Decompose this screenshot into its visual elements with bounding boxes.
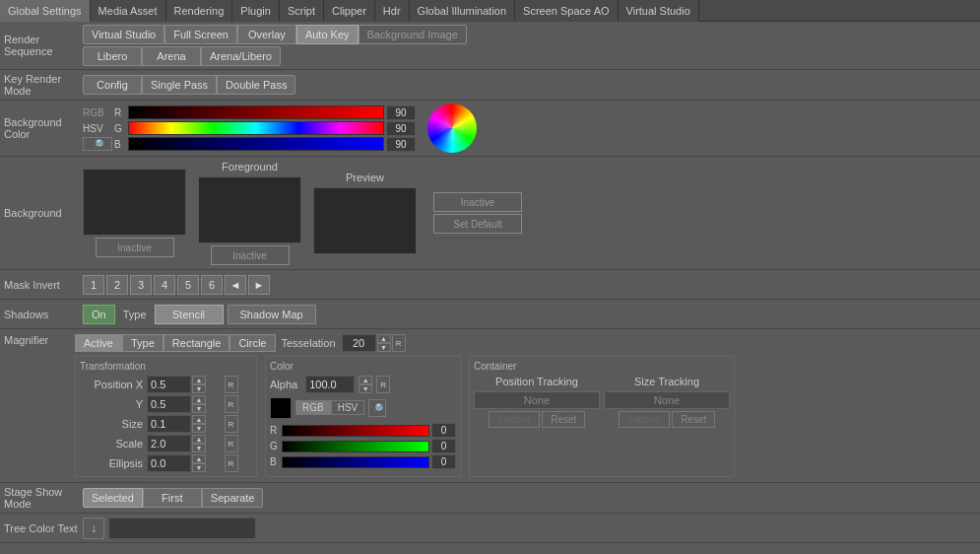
tab-rendering[interactable]: Rendering xyxy=(166,0,233,22)
btn-virtual-studio[interactable]: Virtual Studio xyxy=(83,25,164,44)
bar-b-label: B xyxy=(270,456,280,467)
mask-btn-2[interactable]: 2 xyxy=(106,275,128,295)
btn-stencil[interactable]: Stencil xyxy=(155,305,224,324)
tess-spin-down[interactable]: ▼ xyxy=(377,343,391,352)
btn-shadow-map[interactable]: Shadow Map xyxy=(228,305,316,324)
btn-auto-key[interactable]: Auto Key xyxy=(296,25,359,44)
tab-hsv[interactable]: HSV xyxy=(331,400,365,415)
pos-x-up[interactable]: ▲ xyxy=(192,376,206,384)
blue-value[interactable]: 90 xyxy=(386,137,416,152)
ellipsis-input[interactable] xyxy=(147,454,191,472)
btn-inactive-background[interactable]: Inactive xyxy=(96,238,174,257)
mag-tab-rectangle[interactable]: Rectangle xyxy=(163,334,230,352)
ellipsis-down[interactable]: ▼ xyxy=(192,463,206,472)
bar-g[interactable] xyxy=(282,441,429,452)
pos-y-reset[interactable]: R xyxy=(225,395,238,413)
preview-thumb-background xyxy=(83,169,186,236)
pos-x-input[interactable] xyxy=(147,376,191,393)
pos-x-spin: ▲ ▼ xyxy=(192,376,206,393)
btn-inactive-right[interactable]: Inactive xyxy=(433,192,522,212)
btn-selected[interactable]: Selected xyxy=(83,488,143,508)
mask-btn-6[interactable]: 6 xyxy=(201,275,223,295)
mag-tab-type[interactable]: Type xyxy=(122,334,163,352)
pos-x-down[interactable]: ▼ xyxy=(192,384,206,393)
mask-btn-1[interactable]: 1 xyxy=(83,275,104,295)
mask-btn-5[interactable]: 5 xyxy=(177,275,199,295)
btn-separate[interactable]: Separate xyxy=(202,488,264,508)
tab-media-asset[interactable]: Media Asset xyxy=(91,0,166,22)
btn-pos-tracking-inactive[interactable]: Inactive xyxy=(489,411,540,428)
scale-reset[interactable]: R xyxy=(225,435,238,452)
size-input[interactable] xyxy=(147,415,191,433)
btn-libero[interactable]: Libero xyxy=(83,46,142,66)
tess-reset[interactable]: R xyxy=(392,334,406,352)
blue-slider[interactable] xyxy=(128,137,384,151)
ellipsis-reset[interactable]: R xyxy=(225,454,238,472)
btn-background-image[interactable]: Background Image xyxy=(359,25,467,44)
scale-down[interactable]: ▼ xyxy=(192,444,206,452)
tab-virtual-studio[interactable]: Virtual Studio xyxy=(619,0,699,22)
bar-b[interactable] xyxy=(282,456,429,468)
size-down[interactable]: ▼ xyxy=(192,424,206,433)
bar-g-val[interactable]: 0 xyxy=(431,439,456,453)
btn-double-pass[interactable]: Double Pass xyxy=(217,75,295,95)
mask-btn-3[interactable]: 3 xyxy=(130,275,152,295)
pos-y-input[interactable] xyxy=(147,395,191,413)
shadows-row: Shadows On Type Stencil Shadow Map xyxy=(0,300,980,329)
size-reset[interactable]: R xyxy=(225,415,238,433)
alpha-input[interactable] xyxy=(305,376,355,393)
tab-hdr[interactable]: Hdr xyxy=(375,0,410,22)
tree-color-download[interactable]: ↓ xyxy=(83,518,104,539)
red-slider[interactable] xyxy=(128,105,384,119)
tab-script[interactable]: Script xyxy=(280,0,324,22)
btn-single-pass[interactable]: Single Pass xyxy=(142,75,217,95)
btn-size-tracking-inactive[interactable]: Inactive xyxy=(619,411,670,428)
alpha-reset[interactable]: R xyxy=(376,376,390,393)
btn-first[interactable]: First xyxy=(143,488,202,508)
size-up[interactable]: ▲ xyxy=(192,415,206,424)
mag-tab-active[interactable]: Active xyxy=(75,334,122,352)
green-slider[interactable] xyxy=(128,121,384,135)
btn-pos-tracking-reset[interactable]: Reset xyxy=(542,411,585,428)
render-sequence-buttons: Virtual Studio Full Screen Overlay Auto … xyxy=(83,25,976,44)
btn-config[interactable]: Config xyxy=(83,75,142,95)
tab-global-settings[interactable]: Global Settings xyxy=(0,0,91,22)
ellipsis-up[interactable]: ▲ xyxy=(192,454,206,463)
btn-arena-libero[interactable]: Arena/Libero xyxy=(201,46,281,66)
btn-overlay[interactable]: Overlay xyxy=(237,25,296,44)
mask-btn-prev[interactable]: ◄ xyxy=(225,275,246,295)
tab-plugin[interactable]: Plugin xyxy=(232,0,280,22)
eyedrop-button[interactable]: 🔎 xyxy=(368,399,386,417)
btn-size-tracking-reset[interactable]: Reset xyxy=(672,411,715,428)
mask-btn-next[interactable]: ► xyxy=(248,275,270,295)
green-value[interactable]: 90 xyxy=(386,121,416,136)
scale-input[interactable] xyxy=(147,435,191,452)
mag-tab-circle[interactable]: Circle xyxy=(229,334,275,352)
scale-up[interactable]: ▲ xyxy=(192,435,206,444)
pos-y-down[interactable]: ▼ xyxy=(192,404,206,413)
red-value[interactable]: 90 xyxy=(386,105,416,120)
mask-btn-4[interactable]: 4 xyxy=(154,275,175,295)
bar-b-val[interactable]: 0 xyxy=(431,454,456,469)
size-tracking-buttons: Inactive Reset xyxy=(619,411,716,428)
tab-clipper[interactable]: Clipper xyxy=(324,0,375,22)
bar-r-val[interactable]: 0 xyxy=(431,423,456,438)
btn-arena[interactable]: Arena xyxy=(142,46,201,66)
color-wheel[interactable] xyxy=(427,104,477,153)
tab-screen-space-ao[interactable]: Screen Space AO xyxy=(515,0,618,22)
btn-shadows-on[interactable]: On xyxy=(83,305,115,324)
tab-global-illumination[interactable]: Global Illumination xyxy=(410,0,516,22)
btn-full-screen[interactable]: Full Screen xyxy=(164,25,237,44)
tab-rgb[interactable]: RGB xyxy=(295,400,331,415)
eyedropper-button[interactable]: 🔎 xyxy=(83,137,112,151)
pos-x-reset[interactable]: R xyxy=(225,376,238,393)
tree-color-text-input[interactable] xyxy=(108,518,256,539)
tesselation-input[interactable]: 20 xyxy=(342,334,376,352)
pos-y-up[interactable]: ▲ xyxy=(192,395,206,404)
btn-set-default[interactable]: Set Default xyxy=(433,214,522,234)
bar-r[interactable] xyxy=(282,425,429,437)
alpha-down[interactable]: ▼ xyxy=(359,384,372,393)
tess-spin-up[interactable]: ▲ xyxy=(377,334,391,343)
alpha-up[interactable]: ▲ xyxy=(359,376,372,384)
btn-inactive-foreground[interactable]: Inactive xyxy=(211,245,290,265)
